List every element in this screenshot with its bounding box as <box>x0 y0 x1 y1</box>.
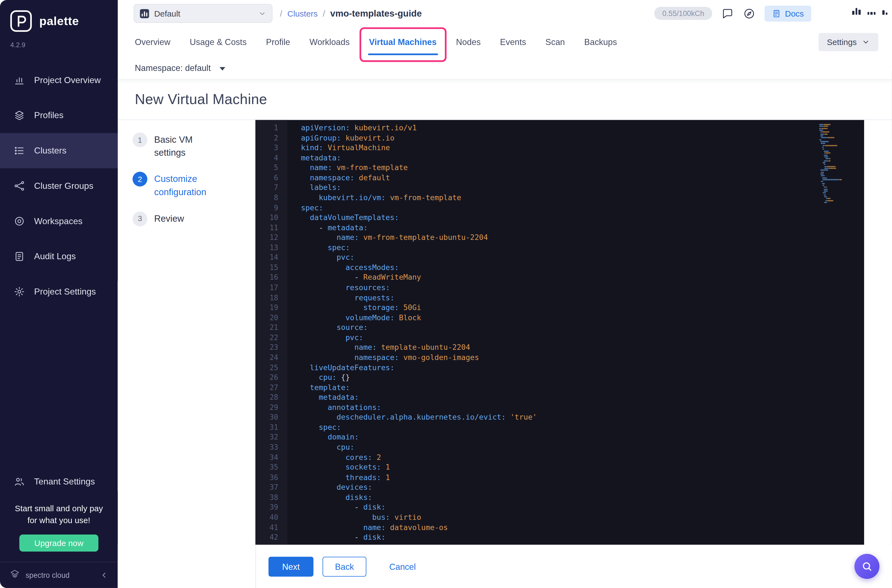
line-number: 27 <box>255 382 287 393</box>
sidebar-item-cluster-groups[interactable]: Cluster Groups <box>0 168 118 204</box>
upgrade-now-button[interactable]: Upgrade now <box>20 534 98 552</box>
sidebar-item-clusters[interactable]: Clusters <box>0 133 118 168</box>
wizard-step-review[interactable]: 3Review <box>132 212 245 226</box>
docs-button[interactable]: Docs <box>764 6 811 21</box>
tab-label: Nodes <box>456 37 481 46</box>
code-line[interactable]: 25 liveUpdateFeatures: <box>255 363 864 372</box>
code-line[interactable]: 11 - metadata: <box>255 223 864 233</box>
next-button[interactable]: Next <box>269 556 313 576</box>
code-line[interactable]: 42 - disk: <box>255 532 864 542</box>
code-line[interactable]: 23 name: template-ubuntu-2204 <box>255 343 864 352</box>
code-line[interactable]: 7 labels: <box>255 183 864 193</box>
project-selector[interactable]: Default <box>134 4 273 22</box>
chat-icon[interactable] <box>721 7 734 20</box>
code-line[interactable]: 24 namespace: vmo-golden-images <box>255 352 864 363</box>
tab-events[interactable]: Events <box>500 27 526 57</box>
code-line[interactable]: 29 annotations: <box>255 402 864 412</box>
breadcrumb-separator: / <box>280 9 282 18</box>
compass-icon[interactable] <box>743 7 755 20</box>
tab-profile[interactable]: Profile <box>266 27 290 57</box>
code-line[interactable]: 41 name: datavolume-os <box>255 522 864 532</box>
header-misc-icons[interactable] <box>852 8 887 15</box>
wizard-step-customize-configuration[interactable]: 2Customize configuration <box>132 172 245 199</box>
collapse-sidebar-icon[interactable] <box>100 571 109 579</box>
code-line[interactable]: 27 template: <box>255 382 864 393</box>
line-number: 2 <box>255 133 287 143</box>
tab-virtual-machines[interactable]: Virtual Machines <box>369 27 437 57</box>
tab-scan[interactable]: Scan <box>545 27 565 57</box>
code-line[interactable]: 28 metadata: <box>255 393 864 402</box>
code-line[interactable]: 30 descheduler.alpha.kubernetes.io/evict… <box>255 412 864 422</box>
yaml-editor[interactable]: 1apiVersion: kubevirt.io/v12apiGroup: ku… <box>255 120 864 545</box>
brand-logo[interactable]: palette <box>0 0 118 33</box>
settings-button[interactable]: Settings <box>818 33 878 51</box>
code-line[interactable]: 8 kubevirt.io/vm: vm-from-template <box>255 193 864 202</box>
code-line[interactable]: 14 pvc: <box>255 253 864 262</box>
code-line[interactable]: 31 spec: <box>255 422 864 432</box>
breadcrumb-current: vmo-templates-guide <box>330 8 422 18</box>
back-button[interactable]: Back <box>323 556 366 576</box>
code-line[interactable]: 40 bus: virtio <box>255 512 864 522</box>
code-text: descheduler.alpha.kubernetes.io/evict: '… <box>287 412 537 422</box>
code-line[interactable]: 1apiVersion: kubevirt.io/v1 <box>255 123 864 133</box>
code-text: name: vm-from-template-ubuntu-2204 <box>287 233 488 243</box>
editor-minimap[interactable] <box>819 120 860 204</box>
code-line[interactable]: 6 namespace: default <box>255 173 864 183</box>
code-line[interactable]: 16 - ReadWriteMany <box>255 273 864 283</box>
code-line[interactable]: 36 threads: 1 <box>255 472 864 482</box>
network-icon <box>14 180 25 192</box>
code-line[interactable]: 26 cpu: {} <box>255 372 864 382</box>
code-line[interactable]: 2apiGroup: kubevirt.io <box>255 133 864 143</box>
breadcrumb-clusters-link[interactable]: Clusters <box>287 9 318 18</box>
code-line[interactable]: 4metadata: <box>255 153 864 163</box>
tab-overview[interactable]: Overview <box>135 27 170 57</box>
code-line[interactable]: 19 storage: 50Gi <box>255 303 864 312</box>
code-line[interactable]: 15 accessModes: <box>255 262 864 273</box>
code-text: name: datavolume-os <box>287 522 448 532</box>
code-line[interactable]: 21 source: <box>255 322 864 332</box>
code-line[interactable]: 9spec: <box>255 202 864 213</box>
wizard-step-basic-vm-settings[interactable]: 1Basic VM settings <box>132 132 245 159</box>
code-line[interactable]: 5 name: vm-from-template <box>255 163 864 173</box>
code-line[interactable]: 34 cores: 2 <box>255 453 864 462</box>
tab-backups[interactable]: Backups <box>584 27 617 57</box>
cancel-button[interactable]: Cancel <box>386 557 419 576</box>
code-line[interactable]: 39 - disk: <box>255 502 864 512</box>
tab-workloads[interactable]: Workloads <box>309 27 350 57</box>
code-line[interactable]: 35 sockets: 1 <box>255 462 864 472</box>
code-line[interactable]: 38 disks: <box>255 492 864 502</box>
code-line[interactable]: 17 resources: <box>255 283 864 292</box>
sidebar-item-label: Clusters <box>34 146 66 156</box>
code-line[interactable]: 32 domain: <box>255 432 864 442</box>
code-text: threads: 1 <box>287 472 390 482</box>
sidebar-item-audit-logs[interactable]: Audit Logs <box>0 239 118 274</box>
code-line[interactable]: 33 cpu: <box>255 442 864 453</box>
sidebar-item-label: Profiles <box>34 110 63 121</box>
step-label: Review <box>154 212 184 226</box>
code-line[interactable]: 20 volumeMode: Block <box>255 312 864 322</box>
sidebar-item-workspaces[interactable]: Workspaces <box>0 204 118 239</box>
namespace-selector[interactable]: Namespace: default <box>118 57 892 80</box>
code-line[interactable]: 22 pvc: <box>255 333 864 343</box>
tab-usage-costs[interactable]: Usage & Costs <box>190 27 246 57</box>
sidebar-item-project-settings[interactable]: Project Settings <box>0 274 118 309</box>
code-line[interactable]: 10 dataVolumeTemplates: <box>255 213 864 223</box>
breadcrumb: / Clusters / vmo-templates-guide <box>280 8 422 18</box>
sidebar-item-profiles[interactable]: Profiles <box>0 98 118 133</box>
code-line[interactable]: 3kind: VirtualMachine <box>255 143 864 153</box>
search-fab-button[interactable] <box>854 554 880 579</box>
code-line[interactable]: 12 name: vm-from-template-ubuntu-2204 <box>255 233 864 243</box>
divider <box>255 544 256 588</box>
project-icon <box>140 9 149 18</box>
code-text: namespace: default <box>287 173 390 183</box>
code-line[interactable]: 37 devices: <box>255 482 864 492</box>
tab-label: Profile <box>266 37 290 46</box>
line-number: 9 <box>255 202 287 213</box>
code-line[interactable]: 18 requests: <box>255 292 864 303</box>
spectro-cloud-logo-icon <box>9 568 20 582</box>
sidebar-item-tenant-settings[interactable]: Tenant Settings <box>0 468 118 495</box>
sidebar-item-project-overview[interactable]: Project Overview <box>0 63 118 98</box>
code-line[interactable]: 13 spec: <box>255 243 864 253</box>
tab-nodes[interactable]: Nodes <box>456 27 481 57</box>
line-number: 17 <box>255 283 287 292</box>
